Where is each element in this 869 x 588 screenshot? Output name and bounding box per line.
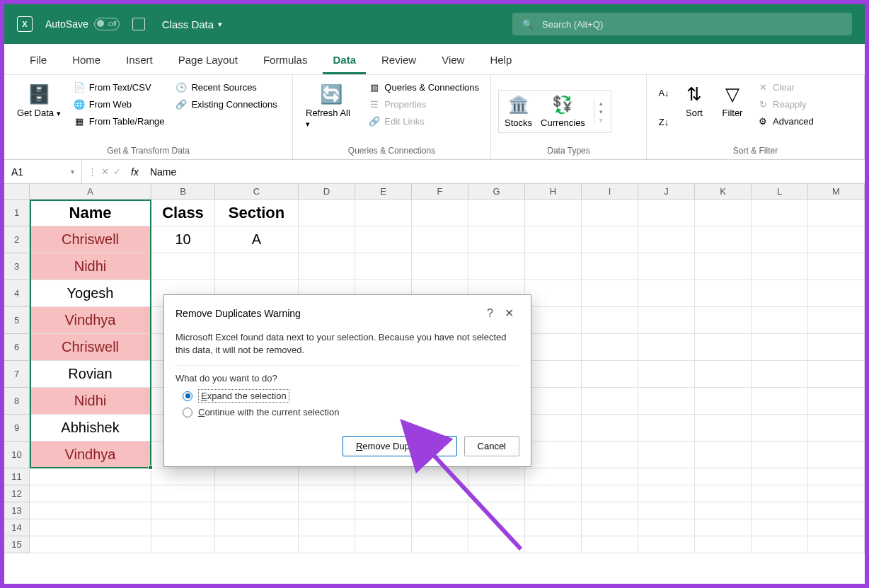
cell[interactable]	[299, 468, 355, 485]
cell[interactable]	[468, 536, 525, 553]
cell[interactable]	[525, 502, 582, 519]
radio-continue-selection[interactable]: Continue with the current selection	[183, 407, 519, 417]
cell[interactable]: A	[215, 226, 299, 253]
cell[interactable]	[30, 502, 151, 519]
cell[interactable]	[151, 468, 215, 485]
row-header[interactable]: 5	[4, 307, 30, 334]
cell[interactable]	[808, 485, 865, 502]
cell[interactable]	[215, 536, 299, 553]
tab-page-layout[interactable]: Page Layout	[168, 47, 248, 74]
col-header[interactable]: H	[525, 184, 582, 200]
cell[interactable]	[752, 519, 808, 536]
tab-insert[interactable]: Insert	[116, 47, 163, 74]
cell[interactable]: Name	[30, 200, 151, 226]
cell[interactable]	[695, 519, 752, 536]
cell[interactable]	[808, 442, 865, 468]
expand-icon[interactable]: ⋮	[88, 166, 97, 177]
cell[interactable]	[582, 485, 638, 502]
cell[interactable]: Nidhi	[30, 388, 151, 415]
cell[interactable]: Class	[151, 200, 215, 226]
cell[interactable]	[525, 307, 582, 334]
cell[interactable]: Vindhya	[30, 442, 151, 468]
cell[interactable]	[752, 200, 808, 226]
cell[interactable]	[215, 502, 299, 519]
cell[interactable]	[582, 442, 638, 468]
cell[interactable]	[355, 226, 412, 253]
cell[interactable]	[215, 253, 299, 280]
cell[interactable]	[299, 502, 355, 519]
cell[interactable]	[638, 200, 695, 226]
help-icon[interactable]: ?	[481, 304, 499, 323]
cell[interactable]	[695, 253, 752, 280]
cell[interactable]	[695, 280, 752, 307]
cell[interactable]	[525, 415, 582, 442]
cell[interactable]	[355, 536, 412, 553]
cell[interactable]: Yogesh	[30, 280, 151, 307]
col-header[interactable]: F	[412, 184, 468, 200]
col-header[interactable]: K	[695, 184, 752, 200]
cell[interactable]	[582, 361, 638, 388]
cell[interactable]	[638, 334, 695, 361]
cell[interactable]	[151, 519, 215, 536]
cell[interactable]	[582, 415, 638, 442]
cell[interactable]	[638, 280, 695, 307]
cell[interactable]	[638, 519, 695, 536]
refresh-all-button[interactable]: 🔄 Refresh All ▾	[300, 79, 362, 132]
cell[interactable]	[752, 415, 808, 442]
cell[interactable]	[582, 519, 638, 536]
cell[interactable]	[412, 226, 468, 253]
cell[interactable]	[299, 536, 355, 553]
cell[interactable]	[638, 485, 695, 502]
cell[interactable]	[808, 415, 865, 442]
cell[interactable]	[752, 361, 808, 388]
cell[interactable]	[355, 468, 412, 485]
cell[interactable]	[525, 334, 582, 361]
cell[interactable]	[638, 442, 695, 468]
col-header[interactable]: J	[638, 184, 695, 200]
cell[interactable]	[468, 253, 525, 280]
fx-label[interactable]: fx	[127, 166, 143, 178]
radio-expand-selection[interactable]: Expand the selection	[183, 389, 519, 403]
row-header[interactable]: 9	[4, 415, 30, 442]
cell[interactable]	[299, 519, 355, 536]
cell[interactable]	[468, 519, 525, 536]
cell[interactable]	[215, 485, 299, 502]
formula-input[interactable]: Name	[143, 166, 865, 178]
cell[interactable]	[695, 334, 752, 361]
sort-desc-button[interactable]: Z↓	[654, 115, 674, 130]
col-header[interactable]: E	[355, 184, 412, 200]
cell[interactable]	[151, 502, 215, 519]
cell[interactable]	[30, 468, 151, 485]
cell[interactable]	[752, 502, 808, 519]
row-header[interactable]: 12	[4, 485, 30, 502]
cell[interactable]	[808, 361, 865, 388]
cell[interactable]	[695, 361, 752, 388]
cell[interactable]	[638, 468, 695, 485]
tab-view[interactable]: View	[432, 47, 474, 74]
from-web-button[interactable]: 🌐From Web	[69, 96, 169, 112]
cell[interactable]	[215, 519, 299, 536]
cell[interactable]	[299, 200, 355, 226]
cell[interactable]	[808, 226, 865, 253]
row-header[interactable]: 1	[4, 200, 30, 226]
save-icon[interactable]	[132, 18, 145, 30]
cell[interactable]	[695, 502, 752, 519]
row-header[interactable]: 6	[4, 334, 30, 361]
cell[interactable]	[525, 253, 582, 280]
cell[interactable]	[582, 536, 638, 553]
cell[interactable]	[695, 307, 752, 334]
cell[interactable]	[808, 502, 865, 519]
cell[interactable]	[412, 519, 468, 536]
row-header[interactable]: 7	[4, 361, 30, 388]
cell[interactable]	[695, 415, 752, 442]
cell[interactable]	[638, 415, 695, 442]
col-header[interactable]: G	[468, 184, 525, 200]
cell[interactable]	[808, 334, 865, 361]
col-header[interactable]: D	[299, 184, 355, 200]
row-header[interactable]: 14	[4, 519, 30, 536]
cell[interactable]	[30, 536, 151, 553]
cell[interactable]	[752, 442, 808, 468]
col-header[interactable]: A	[30, 184, 151, 200]
cell[interactable]	[525, 536, 582, 553]
cell[interactable]	[808, 307, 865, 334]
